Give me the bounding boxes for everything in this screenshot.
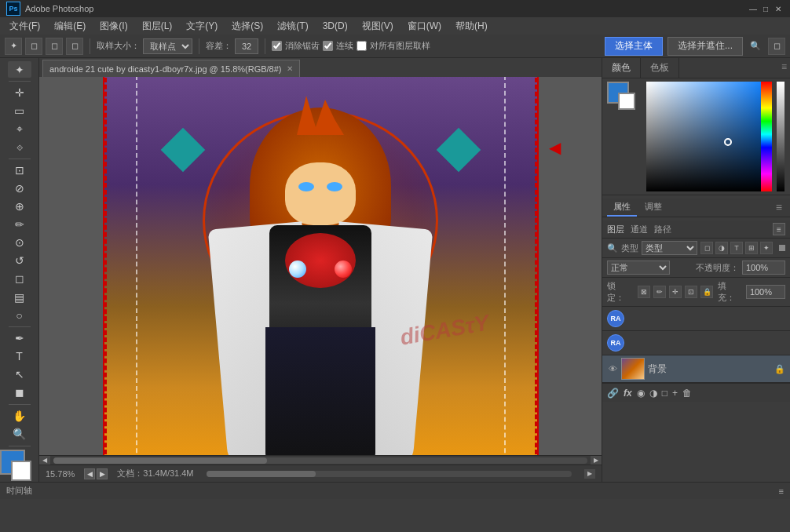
menu-image[interactable]: 图像(I): [93, 18, 133, 35]
tab-color[interactable]: 颜色: [602, 58, 641, 78]
minimize-button[interactable]: —: [748, 3, 759, 14]
ra-badge-1[interactable]: RA: [607, 310, 624, 327]
folder-icon[interactable]: □: [662, 388, 667, 399]
filter-icon-2[interactable]: ◑: [715, 242, 728, 254]
menu-file[interactable]: 文件(F): [3, 18, 46, 35]
tool-clone[interactable]: ⊙: [8, 235, 31, 251]
menu-3d[interactable]: 3D(D): [316, 19, 354, 33]
anti-alias-checkbox[interactable]: [272, 41, 282, 51]
props-menu-btn[interactable]: ≡: [773, 199, 785, 217]
layer-visibility-toggle[interactable]: 👁: [607, 363, 618, 374]
tool-history[interactable]: ↺: [8, 253, 31, 269]
mask-icon[interactable]: ◉: [637, 388, 645, 399]
hscroll-right[interactable]: ▶: [591, 456, 602, 465]
tab-paths[interactable]: 路径: [654, 224, 671, 235]
tool-path-select[interactable]: ↖: [8, 366, 31, 383]
tool-eyedropper[interactable]: ⊘: [8, 180, 31, 197]
tolerance-input[interactable]: [235, 38, 258, 54]
opacity-value[interactable]: 100%: [742, 261, 785, 275]
tab-swatches[interactable]: 色板: [641, 58, 679, 78]
brightness-slider[interactable]: [777, 82, 785, 191]
panel-bg-color[interactable]: [618, 93, 635, 110]
filter-icon-5[interactable]: ✦: [760, 242, 773, 254]
tab-close-button[interactable]: ✕: [287, 64, 293, 73]
link-icon[interactable]: 🔗: [607, 388, 619, 399]
tool-text[interactable]: T: [8, 348, 31, 365]
tool-eraser[interactable]: ◻: [8, 271, 31, 287]
tab-properties[interactable]: 属性: [607, 199, 637, 217]
tool-hand[interactable]: ✋: [8, 408, 31, 425]
lock-artboard-btn[interactable]: ⊡: [685, 286, 697, 298]
tool-crop[interactable]: ⊡: [8, 162, 31, 179]
menu-help[interactable]: 帮助(H): [449, 18, 494, 35]
new-layer-icon[interactable]: +: [672, 388, 678, 399]
tool-icon-magic-wand[interactable]: ✦: [5, 38, 22, 55]
tool-brush[interactable]: ✏: [8, 217, 31, 233]
hscroll-bottom-right[interactable]: ▶: [584, 469, 595, 479]
tool-quick-select[interactable]: ⟐: [8, 139, 31, 155]
sample-size-select[interactable]: 取样点: [143, 38, 192, 54]
color-gradient[interactable]: [646, 82, 772, 191]
search-icon[interactable]: 🔍: [748, 38, 763, 54]
select-subject-button[interactable]: 选择主体: [605, 37, 663, 56]
hscroll-thumb[interactable]: [53, 457, 267, 464]
hue-slider[interactable]: [761, 82, 772, 191]
canvas-tab[interactable]: androide 21 cute by dicasty1-dboyr7x.jpg…: [42, 60, 300, 77]
filter-icon-4[interactable]: ⊞: [745, 242, 758, 254]
menu-filter[interactable]: 滤镜(T): [271, 18, 314, 35]
tool-pen[interactable]: ✒: [8, 330, 31, 347]
tool-icon-add[interactable]: ◻: [46, 38, 63, 55]
background-color[interactable]: [11, 461, 31, 481]
menu-text[interactable]: 文字(Y): [180, 18, 224, 35]
lock-all-btn[interactable]: 🔒: [700, 286, 713, 298]
lock-transparent-btn[interactable]: ⊠: [638, 286, 650, 298]
all-layers-checkbox[interactable]: [357, 41, 367, 51]
hscroll-bottom[interactable]: [207, 471, 572, 477]
fill-value[interactable]: 100%: [746, 285, 785, 299]
tool-magic-wand[interactable]: ✦: [8, 61, 31, 78]
tab-adjust[interactable]: 调整: [638, 199, 668, 217]
menu-window[interactable]: 窗口(W): [401, 18, 448, 35]
type-select[interactable]: 类型: [642, 241, 697, 255]
menu-edit[interactable]: 编辑(E): [48, 18, 92, 35]
lock-pixels-btn[interactable]: ✏: [653, 286, 666, 298]
ra-badge-2[interactable]: RA: [607, 334, 624, 352]
contiguous-checkbox[interactable]: [323, 41, 333, 51]
tool-healing[interactable]: ⊕: [8, 199, 31, 215]
tool-icon-subtract[interactable]: ◻: [66, 38, 83, 55]
delete-layer-icon[interactable]: 🗑: [682, 388, 692, 399]
panel-toggle-icon[interactable]: ◻: [768, 38, 785, 55]
blend-select[interactable]: 正常: [607, 261, 670, 275]
lock-position-btn[interactable]: ✛: [669, 286, 682, 298]
nav-next-btn[interactable]: ▶: [97, 468, 108, 479]
nav-prev-btn[interactable]: ◀: [84, 468, 95, 479]
layer-background[interactable]: 👁 背景 🔒: [602, 355, 790, 383]
menu-layer[interactable]: 图层(L): [136, 18, 179, 35]
select-mask-button[interactable]: 选择并遮住...: [667, 37, 743, 56]
tool-shape[interactable]: ◼: [8, 384, 31, 401]
menu-view[interactable]: 视图(V): [356, 18, 400, 35]
timeline-menu-icon[interactable]: ≡: [779, 486, 784, 496]
tool-dodge[interactable]: ○: [8, 307, 31, 323]
tool-icon-rect[interactable]: ◻: [25, 38, 42, 55]
color-panel-menu[interactable]: ≡: [778, 58, 790, 78]
layers-menu-btn[interactable]: ≡: [773, 223, 785, 235]
maximize-button[interactable]: □: [760, 3, 771, 14]
close-button[interactable]: ✕: [773, 3, 784, 14]
tool-select-rect[interactable]: ▭: [8, 103, 31, 119]
tool-move[interactable]: ✛: [8, 85, 31, 101]
tool-divider-4: [9, 404, 31, 405]
tool-zoom[interactable]: 🔍: [8, 426, 31, 443]
menu-select[interactable]: 选择(S): [225, 18, 269, 35]
tab-channels[interactable]: 通道: [631, 224, 648, 235]
tool-lasso[interactable]: ⌖: [8, 121, 31, 137]
filter-icon-1[interactable]: ◻: [700, 242, 713, 254]
filter-icon-3[interactable]: T: [730, 242, 743, 254]
tool-gradient[interactable]: ▤: [8, 289, 31, 305]
hscroll-left[interactable]: ◀: [39, 456, 50, 465]
adj-icon[interactable]: ◑: [649, 388, 657, 399]
fx-icon[interactable]: fx: [624, 388, 632, 399]
tab-layers[interactable]: 图层: [607, 224, 624, 235]
hscroll-bottom-thumb[interactable]: [207, 471, 316, 477]
hscroll-track[interactable]: [53, 457, 587, 464]
